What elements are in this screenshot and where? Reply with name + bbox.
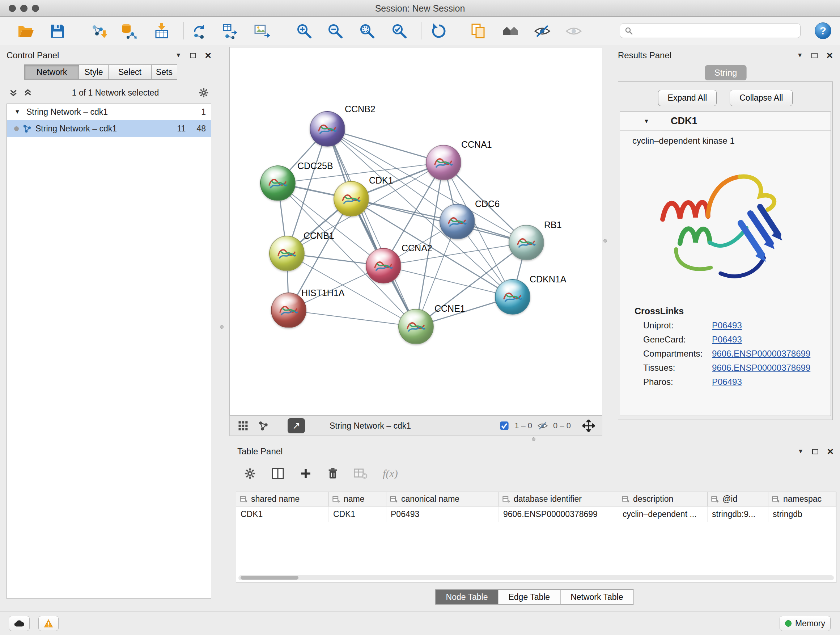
search-input[interactable] — [637, 26, 796, 36]
gear-icon[interactable] — [198, 87, 209, 98]
first-neighbors-icon[interactable] — [500, 21, 521, 42]
cell-database-identifier[interactable]: 9606.ENSP00000378699 — [499, 507, 618, 522]
apply-preferred-layout-icon[interactable] — [428, 21, 449, 42]
crosslink-pharos[interactable]: P06493 — [712, 377, 742, 387]
tab-select[interactable]: Select — [108, 65, 152, 80]
float-panel-icon[interactable] — [190, 53, 196, 58]
function-builder-icon: f(x) — [383, 467, 398, 480]
tab-network[interactable]: Network — [24, 65, 79, 80]
table-settings-gear-icon[interactable] — [244, 467, 256, 480]
network-collection-row[interactable]: ▼ String Network – cdk1 1 — [7, 104, 211, 120]
tab-sets[interactable]: Sets — [151, 65, 177, 80]
close-panel-icon[interactable]: × — [205, 52, 211, 59]
crosslink-genecard[interactable]: P06493 — [712, 334, 742, 345]
cell-id[interactable]: stringdb:9... — [707, 507, 768, 522]
cloud-status-button[interactable] — [9, 616, 30, 631]
crosslink-tissues[interactable]: 9606.ENSP00000378699 — [712, 363, 810, 373]
column-header-id[interactable]: @id — [707, 492, 768, 506]
zoom-out-icon[interactable] — [325, 21, 346, 42]
horizontal-scrollbar[interactable] — [238, 575, 834, 580]
crosslink-uniprot[interactable]: P06493 — [712, 320, 742, 331]
documents-icon[interactable] — [468, 21, 489, 42]
show-columns-icon[interactable] — [271, 467, 284, 480]
vertical-splitter-handle[interactable] — [603, 239, 607, 242]
vertical-splitter-handle[interactable] — [220, 325, 224, 329]
zoom-selected-icon[interactable] — [389, 21, 410, 42]
scrollbar-thumb[interactable] — [240, 576, 298, 580]
import-network-file-icon[interactable] — [88, 21, 109, 42]
import-table-icon[interactable] — [151, 21, 172, 42]
network-node-rb1[interactable] — [508, 225, 544, 260]
cell-shared-name[interactable]: CDK1 — [236, 507, 329, 522]
minimize-window-button[interactable] — [20, 5, 27, 12]
network-overview-icon[interactable] — [257, 420, 270, 432]
expand-all-button[interactable]: Expand All — [658, 90, 717, 106]
network-node-cdkn1a[interactable] — [495, 279, 531, 315]
hidden-eye-icon[interactable] — [537, 420, 548, 431]
selected-checkbox-icon[interactable] — [499, 421, 509, 431]
collapse-all-icon[interactable] — [9, 88, 18, 97]
export-network-image-icon[interactable] — [252, 21, 273, 42]
network-node-cdc6[interactable] — [439, 204, 475, 239]
column-header-shared-name[interactable]: shared name — [236, 492, 329, 506]
add-column-icon[interactable] — [300, 467, 312, 480]
horizontal-splitter-handle[interactable] — [532, 437, 535, 441]
network-node-cdk1[interactable] — [333, 181, 369, 217]
table-row[interactable]: CDK1 CDK1 P06493 9606.ENSP00000378699 cy… — [236, 507, 836, 522]
grid-view-icon[interactable] — [237, 420, 249, 432]
network-canvas[interactable]: CCNB2 CCNA1 CDC25B CDK1 CDC6 RB1 CCNB1 C… — [229, 47, 602, 416]
network-row-selected[interactable]: String Network – cdk1 11 48 — [7, 120, 211, 137]
float-panel-icon[interactable] — [812, 449, 818, 454]
panel-menu-icon[interactable]: ▼ — [798, 448, 804, 455]
memory-button[interactable]: Memory — [780, 616, 831, 631]
column-header-description[interactable]: description — [618, 492, 707, 506]
network-node-cdc25b[interactable] — [260, 165, 295, 201]
zoom-fit-icon[interactable] — [357, 21, 378, 42]
float-panel-icon[interactable] — [812, 53, 818, 58]
detach-view-icon[interactable]: ↗ — [287, 418, 305, 433]
zoom-in-icon[interactable] — [294, 21, 315, 42]
network-from-table-icon[interactable] — [220, 21, 241, 42]
network-node-ccnb1[interactable] — [269, 236, 305, 271]
import-network-database-icon[interactable] — [118, 21, 139, 42]
show-all-icon[interactable] — [563, 21, 584, 42]
pan-move-icon[interactable] — [583, 420, 595, 432]
disclosure-triangle-icon[interactable]: ▼ — [641, 118, 652, 125]
tab-network-table[interactable]: Network Table — [560, 589, 633, 605]
tab-node-table[interactable]: Node Table — [436, 589, 499, 605]
close-panel-icon[interactable]: × — [827, 448, 834, 455]
network-node-ccna1[interactable] — [426, 145, 461, 180]
panel-menu-icon[interactable]: ▼ — [797, 52, 803, 59]
close-panel-icon[interactable]: × — [826, 52, 833, 59]
collapse-all-button[interactable]: Collapse All — [729, 90, 793, 106]
network-node-ccne1[interactable] — [398, 309, 434, 344]
network-node-ccnb2[interactable] — [309, 111, 345, 147]
cell-description[interactable]: cyclin–dependent ... — [618, 507, 707, 522]
warnings-button[interactable] — [38, 616, 58, 631]
expand-all-icon[interactable] — [23, 88, 33, 97]
search-box — [620, 24, 801, 38]
panel-menu-icon[interactable]: ▼ — [175, 52, 182, 59]
network-node-ccna2[interactable] — [366, 248, 401, 283]
hide-selected-icon[interactable] — [532, 21, 553, 42]
help-button[interactable]: ? — [815, 22, 831, 39]
close-window-button[interactable] — [9, 5, 16, 12]
column-header-canonical-name[interactable]: canonical name — [386, 492, 499, 506]
network-edge-layer[interactable] — [230, 48, 602, 415]
open-session-icon[interactable] — [15, 21, 36, 42]
column-header-database-identifier[interactable]: database identifier — [499, 492, 618, 506]
delete-column-icon[interactable] — [327, 467, 339, 480]
cell-namespace[interactable]: stringdb — [768, 507, 836, 522]
cell-canonical-name[interactable]: P06493 — [386, 507, 499, 522]
cell-name[interactable]: CDK1 — [329, 507, 386, 522]
column-header-namespace[interactable]: namespac — [768, 492, 836, 506]
new-network-from-selection-icon[interactable] — [189, 21, 210, 42]
maximize-window-button[interactable] — [32, 5, 39, 12]
tab-style[interactable]: Style — [79, 65, 109, 80]
column-header-name[interactable]: name — [329, 492, 386, 506]
disclosure-triangle-icon[interactable]: ▼ — [12, 109, 23, 115]
tab-edge-table[interactable]: Edge Table — [498, 589, 561, 605]
crosslink-compartments[interactable]: 9606.ENSP00000378699 — [712, 348, 810, 359]
tab-string[interactable]: String — [705, 65, 747, 80]
save-session-icon[interactable] — [47, 21, 68, 42]
